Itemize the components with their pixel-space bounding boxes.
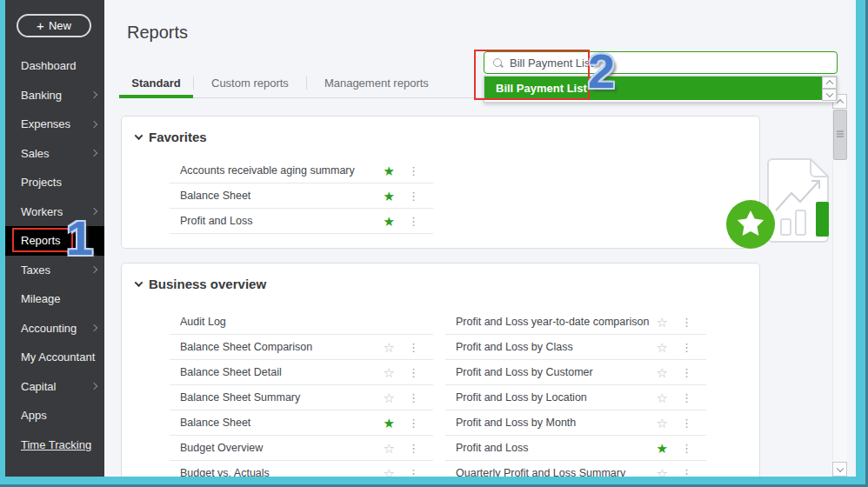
- favorite-star-icon[interactable]: [657, 442, 668, 455]
- favorite-star-icon[interactable]: [384, 467, 395, 477]
- kebab-menu-icon[interactable]: [408, 392, 419, 404]
- sidebar-item-time-tracking[interactable]: Time Tracking: [5, 430, 104, 460]
- sidebar: + New Dashboard Banking Expenses Sales P…: [5, 0, 104, 477]
- sidebar-item-accounting[interactable]: Accounting: [5, 314, 104, 344]
- scrollbar-grip: [837, 133, 844, 135]
- report-link[interactable]: Profit and Loss by Class: [456, 341, 573, 353]
- kebab-menu-icon[interactable]: [408, 468, 419, 477]
- report-link[interactable]: Balance Sheet Detail: [180, 366, 282, 378]
- favorite-star-icon[interactable]: [384, 215, 395, 228]
- tab-standard[interactable]: Standard: [119, 77, 193, 90]
- sidebar-nav: Dashboard Banking Expenses Sales Project…: [5, 51, 104, 459]
- favorite-star-icon[interactable]: [384, 190, 395, 203]
- reports-illustration: [722, 157, 837, 249]
- search-input[interactable]: [510, 57, 771, 70]
- scroll-up-button[interactable]: [822, 77, 837, 89]
- favorite-star-icon[interactable]: [384, 442, 395, 455]
- report-link[interactable]: Quarterly Profit and Loss Summary: [456, 467, 625, 477]
- kebab-menu-icon[interactable]: [408, 165, 419, 177]
- kebab-menu-icon[interactable]: [408, 216, 419, 227]
- chevron-right-icon: [90, 383, 97, 390]
- kebab-menu-icon[interactable]: [408, 367, 419, 378]
- sidebar-item-label: Time Tracking: [21, 438, 91, 451]
- report-link[interactable]: Budget Overview: [180, 442, 263, 454]
- favorites-section-header[interactable]: Favorites: [136, 130, 207, 144]
- sidebar-item-projects[interactable]: Projects: [5, 168, 104, 197]
- favorite-star-icon[interactable]: [657, 316, 668, 329]
- report-row: Profit and Loss by Customer: [445, 360, 706, 385]
- dropdown-scrollbar: [822, 77, 837, 101]
- business-section-header[interactable]: Business overview: [136, 277, 266, 291]
- sidebar-item-reports[interactable]: Reports: [5, 226, 104, 256]
- kebab-menu-icon[interactable]: [681, 367, 692, 378]
- scroll-down-button[interactable]: [822, 89, 837, 101]
- kebab-menu-icon[interactable]: [681, 317, 692, 328]
- report-link[interactable]: Balance Sheet: [180, 190, 250, 202]
- report-link[interactable]: Profit and Loss by Customer: [456, 366, 593, 378]
- tab-custom-reports[interactable]: Custom reports: [194, 77, 306, 90]
- chevron-right-icon: [90, 121, 97, 128]
- sidebar-item-sales[interactable]: Sales: [5, 139, 104, 169]
- active-tab-underline: [119, 95, 193, 98]
- report-row: Budget Overview: [170, 436, 433, 461]
- report-link[interactable]: Audit Log: [180, 316, 226, 328]
- business-list-right: Profit and Loss year-to-date comparison …: [445, 310, 706, 477]
- kebab-menu-icon[interactable]: [408, 443, 419, 454]
- sidebar-item-taxes[interactable]: Taxes: [5, 256, 104, 285]
- favorite-star-icon[interactable]: [384, 417, 395, 430]
- business-overview-card: Business overview Audit Log Balance Shee…: [121, 263, 760, 477]
- tab-management-reports[interactable]: Management reports: [307, 77, 446, 90]
- scrollbar-down-button[interactable]: [832, 462, 847, 477]
- sidebar-item-label: Banking: [21, 89, 62, 102]
- favorite-star-icon[interactable]: [657, 417, 668, 430]
- kebab-menu-icon[interactable]: [681, 468, 692, 477]
- sidebar-item-my-accountant[interactable]: My Accountant: [5, 343, 104, 372]
- report-row: Balance Sheet: [170, 183, 433, 209]
- sidebar-item-label: Accounting: [21, 322, 77, 335]
- scrollbar-thumb[interactable]: [833, 110, 847, 160]
- favorite-star-icon[interactable]: [384, 366, 395, 379]
- section-title: Business overview: [149, 277, 266, 291]
- favorite-star-icon[interactable]: [384, 341, 395, 354]
- suggestion-item[interactable]: Bill Payment List: [484, 77, 822, 100]
- report-link[interactable]: Budget vs. Actuals: [180, 467, 270, 477]
- kebab-menu-icon[interactable]: [408, 342, 419, 353]
- search-icon: [493, 58, 503, 68]
- favorite-star-icon[interactable]: [657, 391, 668, 404]
- report-link[interactable]: Balance Sheet Comparison: [180, 341, 312, 353]
- sidebar-item-banking[interactable]: Banking: [5, 81, 104, 110]
- sidebar-item-capital[interactable]: Capital: [5, 372, 104, 402]
- favorite-star-icon[interactable]: [384, 164, 395, 177]
- favorite-star-icon[interactable]: [657, 341, 668, 354]
- report-row: Balance Sheet Summary: [170, 385, 433, 410]
- sidebar-item-dashboard[interactable]: Dashboard: [5, 51, 104, 81]
- chevron-up-icon: [825, 80, 832, 87]
- report-link[interactable]: Accounts receivable aging summary: [180, 164, 355, 177]
- sidebar-item-apps[interactable]: Apps: [5, 401, 104, 430]
- kebab-menu-icon[interactable]: [681, 443, 692, 454]
- sidebar-item-label: My Accountant: [21, 350, 95, 364]
- kebab-menu-icon[interactable]: [681, 417, 692, 429]
- report-link[interactable]: Profit and Loss year-to-date comparison: [456, 316, 649, 328]
- report-row: Balance Sheet Detail: [170, 360, 433, 385]
- new-button[interactable]: + New: [17, 14, 91, 37]
- kebab-menu-icon[interactable]: [408, 190, 419, 202]
- favorite-star-icon[interactable]: [657, 467, 668, 477]
- report-link[interactable]: Balance Sheet Summary: [180, 391, 300, 404]
- report-link[interactable]: Profit and Loss: [456, 442, 528, 454]
- sidebar-item-expenses[interactable]: Expenses: [5, 110, 104, 139]
- sidebar-item-mileage[interactable]: Mileage: [5, 284, 104, 314]
- kebab-menu-icon[interactable]: [681, 342, 692, 353]
- report-link[interactable]: Profit and Loss: [180, 215, 252, 227]
- report-link[interactable]: Profit and Loss by Month: [456, 417, 576, 429]
- favorite-star-icon[interactable]: [384, 391, 395, 404]
- kebab-menu-icon[interactable]: [681, 392, 692, 404]
- report-link[interactable]: Profit and Loss by Location: [456, 391, 587, 404]
- kebab-menu-icon[interactable]: [408, 417, 419, 429]
- chevron-down-icon: [135, 278, 144, 287]
- report-link[interactable]: Balance Sheet: [180, 417, 250, 429]
- sidebar-item-label: Dashboard: [21, 59, 77, 72]
- sidebar-item-workers[interactable]: Workers: [5, 197, 104, 227]
- favorite-star-icon[interactable]: [657, 366, 668, 379]
- report-row: Profit and Loss: [170, 209, 433, 234]
